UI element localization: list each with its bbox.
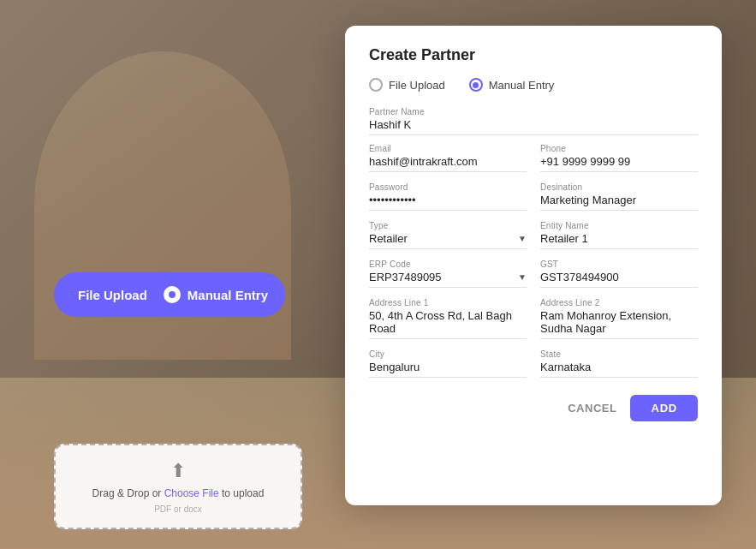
row-type-entity: Type Retailer ▼ Entity Name Retailer 1 xyxy=(369,221,698,251)
file-upload-radio-outer xyxy=(369,78,383,92)
entity-name-value: Retailer 1 xyxy=(540,232,698,245)
email-value: hashif@intrakraft.com xyxy=(369,155,527,168)
add-button[interactable]: ADD xyxy=(630,395,698,421)
type-dropdown-arrow: ▼ xyxy=(518,234,527,243)
manual-entry-radio-outer xyxy=(469,78,483,92)
phone-value: +91 9999 9999 99 xyxy=(540,155,698,168)
erp-code-label: ERP Code xyxy=(369,260,527,269)
city-label: City xyxy=(369,349,527,359)
manual-entry-option-label: Manual Entry xyxy=(489,79,555,92)
erp-code-value: ERP37489095 xyxy=(369,271,442,283)
phone-field[interactable]: Phone +91 9999 9999 99 xyxy=(540,144,698,172)
desination-field[interactable]: Desination Marketing Manager xyxy=(540,182,698,211)
partner-name-label: Partner Name xyxy=(369,107,698,116)
address1-label: Address Line 1 xyxy=(369,298,527,307)
row-erp-gst: ERP Code ERP37489095 ▼ GST GST378494900 xyxy=(369,260,698,289)
password-value: •••••••••••• xyxy=(369,194,527,206)
address2-field[interactable]: Address Line 2 Ram Mohanroy Extension, S… xyxy=(540,298,698,339)
city-value: Bengaluru xyxy=(369,361,527,373)
cancel-button[interactable]: CANCEL xyxy=(568,402,616,415)
create-partner-modal: Create Partner File Upload Manual Entry … xyxy=(345,26,722,505)
row-password-desination: Password •••••••••••• Desination Marketi… xyxy=(369,182,698,212)
row-city-state: City Bengaluru State Karnataka xyxy=(369,349,698,379)
row-email-phone: Email hashif@intrakraft.com Phone +91 99… xyxy=(369,144,698,174)
phone-label: Phone xyxy=(540,144,698,153)
gst-field[interactable]: GST GST378494900 xyxy=(540,260,698,288)
email-field[interactable]: Email hashif@intrakraft.com xyxy=(369,144,527,172)
partner-name-section: Partner Name Hashif K xyxy=(369,107,698,135)
type-field[interactable]: Type Retailer ▼ xyxy=(369,221,527,249)
modal-overlay: Create Partner File Upload Manual Entry … xyxy=(0,0,756,549)
state-value: Karnataka xyxy=(540,361,698,373)
desination-value: Marketing Manager xyxy=(540,194,698,206)
address1-value: 50, 4th A Cross Rd, Lal Bagh Road xyxy=(369,309,527,335)
state-field[interactable]: State Karnataka xyxy=(540,349,698,378)
address2-label: Address Line 2 xyxy=(540,298,698,307)
entity-name-label: Entity Name xyxy=(540,221,698,230)
city-field[interactable]: City Bengaluru xyxy=(369,349,527,378)
gst-label: GST xyxy=(540,260,698,269)
erp-code-field[interactable]: ERP Code ERP37489095 ▼ xyxy=(369,260,527,288)
erp-dropdown[interactable]: ERP37489095 ▼ xyxy=(369,271,527,283)
partner-name-value: Hashif K xyxy=(369,118,698,131)
file-upload-option-label: File Upload xyxy=(389,79,445,92)
password-field[interactable]: Password •••••••••••• xyxy=(369,182,527,211)
entity-name-field[interactable]: Entity Name Retailer 1 xyxy=(540,221,698,249)
radio-row: File Upload Manual Entry xyxy=(369,78,698,92)
address2-value: Ram Mohanroy Extension, Sudha Nagar xyxy=(540,309,698,335)
modal-title: Create Partner xyxy=(369,46,698,64)
row-address: Address Line 1 50, 4th A Cross Rd, Lal B… xyxy=(369,298,698,341)
modal-footer: CANCEL ADD xyxy=(369,395,698,421)
address1-field[interactable]: Address Line 1 50, 4th A Cross Rd, Lal B… xyxy=(369,298,527,339)
erp-dropdown-arrow: ▼ xyxy=(518,272,527,282)
manual-entry-radio-dot xyxy=(473,82,479,88)
email-label: Email xyxy=(369,144,527,153)
state-label: State xyxy=(540,349,698,359)
file-upload-option[interactable]: File Upload xyxy=(369,78,445,92)
type-value: Retailer xyxy=(369,232,408,245)
type-label: Type xyxy=(369,221,527,230)
type-dropdown[interactable]: Retailer ▼ xyxy=(369,232,527,245)
desination-label: Desination xyxy=(540,182,698,192)
gst-value: GST378494900 xyxy=(540,271,698,283)
password-label: Password xyxy=(369,182,527,192)
manual-entry-option[interactable]: Manual Entry xyxy=(469,78,555,92)
partner-name-field[interactable]: Partner Name Hashif K xyxy=(369,107,698,135)
